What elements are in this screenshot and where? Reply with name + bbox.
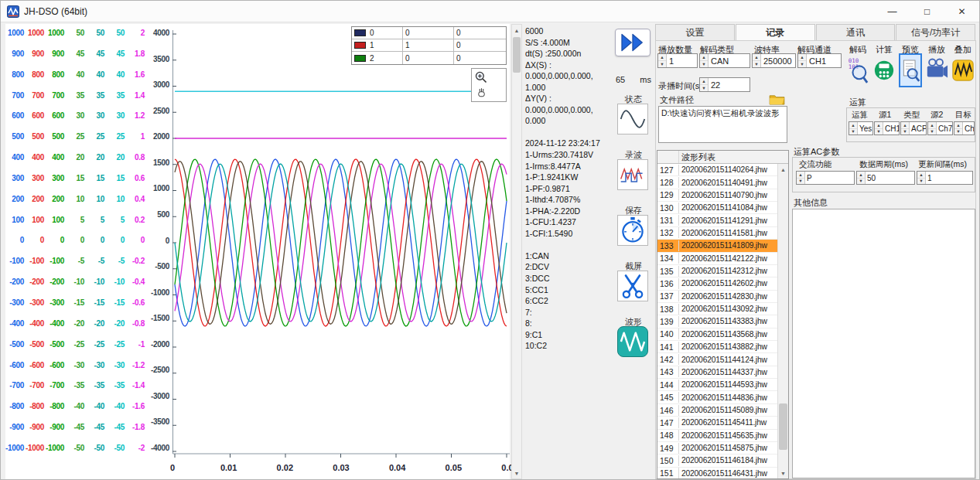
file-path-value[interactable]: D:\快速访问资料\三相机录波波形 <box>658 106 787 143</box>
spinner-arrows-icon[interactable]: ▲▼ <box>700 54 709 67</box>
tab-1[interactable]: 记录 <box>736 24 815 40</box>
tab-3[interactable]: 信号/功率计 <box>896 24 975 40</box>
list-item[interactable]: 13520200620151142312.jhw <box>657 265 778 277</box>
y-axis-tick-label: 50 <box>86 29 106 37</box>
list-item[interactable]: 14520200620151144836.jhw <box>657 391 778 403</box>
list-item[interactable]: 13820200620151143092.jhw <box>657 303 778 315</box>
legend-row-1[interactable]: 110 <box>352 39 506 52</box>
list-item[interactable]: 14420200620151144593.jhw <box>657 379 778 391</box>
decode-channel-spinner[interactable]: ▲▼ CH1 <box>797 53 842 68</box>
scroll-up-icon[interactable]: ▲ <box>512 25 521 36</box>
spinner-arrows-icon[interactable]: ▲▼ <box>700 78 709 91</box>
maximize-button[interactable]: □ <box>910 1 944 22</box>
op-source2-spinner[interactable]: ▲▼Ch7 <box>927 121 953 135</box>
plot-area[interactable]: 00.010.020.030.040.050.06 000110200 <box>172 24 510 479</box>
y-axis-tick-label: -30 <box>106 361 126 369</box>
y-axis-tick-label: -10 <box>66 277 86 286</box>
list-item[interactable]: 14820200620151145635.jhw <box>657 430 778 442</box>
spinner-arrows-icon[interactable]: ▲▼ <box>798 54 807 67</box>
overlay-icon-button[interactable] <box>951 53 975 87</box>
tab-2[interactable]: 通讯 <box>816 24 896 40</box>
play-icon-button[interactable] <box>925 53 948 87</box>
save-stopwatch-button[interactable] <box>617 215 648 246</box>
spinner-arrows-icon[interactable]: ▲▼ <box>917 172 926 184</box>
calculator-icon-button[interactable] <box>872 53 896 87</box>
y-axis-tick-label: -1.6 <box>126 402 146 410</box>
list-item[interactable]: 12920200620151140790.jhw <box>657 189 778 202</box>
plot-scrollbar[interactable]: ▲ ▼ <box>511 24 522 479</box>
list-item[interactable]: 12820200620151140491.jhw <box>657 176 778 189</box>
list-item[interactable]: 13020200620151141084.jhw <box>657 202 778 214</box>
list-item[interactable]: 14220200620151144124.jhw <box>657 353 778 366</box>
spinner-arrows-icon[interactable]: ▲▼ <box>857 172 866 184</box>
list-item-filename: 20200620151141809.jhw <box>679 240 778 250</box>
zoom-in-icon[interactable] <box>473 70 489 85</box>
list-item[interactable]: 14320200620151144337.jhw <box>657 366 778 379</box>
list-item-filename: 20200620151143092.jhw <box>679 304 778 314</box>
list-item[interactable]: 14020200620151143568.jhw <box>657 329 778 341</box>
list-item[interactable]: 15020200620151146184.jhw <box>657 454 778 467</box>
main-axis-tick-label: 1500 <box>146 158 172 167</box>
tab-0[interactable]: 设置 <box>655 24 735 40</box>
measurement-line: 5:CC1 <box>525 284 612 296</box>
folder-open-button[interactable] <box>767 93 786 105</box>
spinner-arrows-icon[interactable]: ▲▼ <box>954 122 963 134</box>
scrollbar-thumb[interactable] <box>779 403 787 450</box>
list-item[interactable]: 13620200620151142602.jhw <box>657 277 778 290</box>
close-button[interactable]: ✕ <box>944 1 979 22</box>
spinner-arrows-icon[interactable]: ▲▼ <box>875 122 883 134</box>
scrollbar-thumb[interactable] <box>513 37 521 73</box>
list-item[interactable]: 14120200620151143882.jhw <box>657 341 778 353</box>
spinner-arrows-icon[interactable]: ▲▼ <box>901 122 910 134</box>
y-axis-tick-label: 600 <box>46 111 66 120</box>
record-time-spinner[interactable]: ▲▼ 22 <box>699 77 750 92</box>
list-item[interactable]: 14720200620151145411.jhw <box>657 417 778 429</box>
decode-icon-button[interactable]: 010101 <box>846 53 869 87</box>
list-item[interactable]: 13120200620151141291.jhw <box>657 214 778 226</box>
minimize-button[interactable]: — <box>875 1 910 22</box>
y-axis-tick-label: 300 <box>5 174 26 182</box>
record-wave-icon-button[interactable] <box>617 159 648 190</box>
scroll-down-icon[interactable]: ▼ <box>512 468 521 478</box>
y-axis-tick-label: -800 <box>5 402 26 410</box>
ac-interval-spinner[interactable]: ▲▼1 <box>917 171 973 185</box>
list-item[interactable]: 13720200620151142830.jhw <box>657 291 778 303</box>
op-type-spinner[interactable]: ▲▼ACP <box>900 121 927 135</box>
ac-function-spinner[interactable]: ▲▼P <box>796 171 855 185</box>
screenshot-scissors-button[interactable] <box>617 271 648 301</box>
baud-rate-spinner[interactable]: ▲▼ 250000 <box>752 53 796 68</box>
op-enable-spinner[interactable]: ▲▼Yes <box>849 121 873 135</box>
list-item[interactable]: 12720200620151140264.jhw <box>657 164 778 176</box>
legend-row-2[interactable]: 200 <box>352 52 506 64</box>
ac-period-spinner[interactable]: ▲▼50 <box>856 171 915 185</box>
spinner-arrows-icon[interactable]: ▲▼ <box>658 54 667 67</box>
scroll-up-icon[interactable]: ▲ <box>778 164 788 175</box>
list-item[interactable]: 13920200620151143383.jhw <box>657 315 778 328</box>
list-item-filename: 20200620151145089.jhw <box>679 405 778 415</box>
playback-count-spinner[interactable]: ▲▼ 1 <box>657 53 698 68</box>
list-scrollbar[interactable]: ▲ ▼ <box>777 164 788 478</box>
list-item[interactable]: 13420200620151142122.jhw <box>657 253 778 265</box>
play-fast-forward-button[interactable] <box>615 29 650 56</box>
spinner-arrows-icon[interactable]: ▲▼ <box>849 122 858 134</box>
waveform-tile-button[interactable] <box>617 326 648 357</box>
legend-row-0[interactable]: 000 <box>352 27 506 39</box>
list-item[interactable]: 13220200620151141581.jhw <box>657 227 778 240</box>
spinner-arrows-icon[interactable]: ▲▼ <box>928 122 937 134</box>
list-item[interactable]: 15120200620151146431.jhw <box>657 468 778 478</box>
scroll-down-icon[interactable]: ▼ <box>778 468 788 478</box>
op-source1-spinner[interactable]: ▲▼CH1 <box>874 121 900 135</box>
pan-hand-icon[interactable] <box>473 86 489 100</box>
list-item[interactable]: 14920200620151145875.jhw <box>657 442 778 454</box>
decode-magnifier-icon: 010101 <box>847 54 869 87</box>
list-item[interactable]: 14620200620151145089.jhw <box>657 404 778 417</box>
spinner-arrows-icon[interactable]: ▲▼ <box>797 172 805 184</box>
list-item[interactable]: 13320200620151141809.jhw <box>657 240 778 252</box>
main-axis-tick-label: -1000 <box>146 288 172 297</box>
list-item-filename: 20200620151146184.jhw <box>679 455 778 465</box>
status-icon-button[interactable] <box>617 104 648 134</box>
decode-type-spinner[interactable]: ▲▼ CAN <box>699 53 750 68</box>
op-target-spinner[interactable]: ▲▼ChC1 <box>954 121 975 135</box>
preview-icon-button[interactable] <box>899 53 922 87</box>
spinner-arrows-icon[interactable]: ▲▼ <box>753 54 761 67</box>
